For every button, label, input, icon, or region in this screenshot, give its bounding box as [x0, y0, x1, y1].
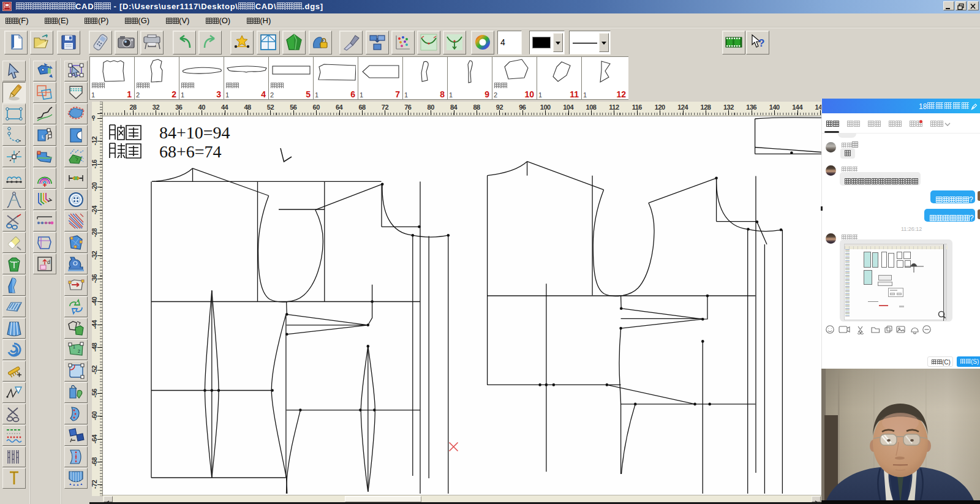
svg-text:1: 1 [73, 345, 75, 349]
svg-text:68+6=74: 68+6=74 [159, 142, 222, 161]
svg-text:L: L [42, 134, 45, 140]
svg-text:2: 2 [78, 349, 80, 353]
svg-text:?: ? [758, 37, 764, 49]
svg-text:84+10=94: 84+10=94 [159, 123, 230, 142]
svg-text:d: d [47, 259, 50, 265]
